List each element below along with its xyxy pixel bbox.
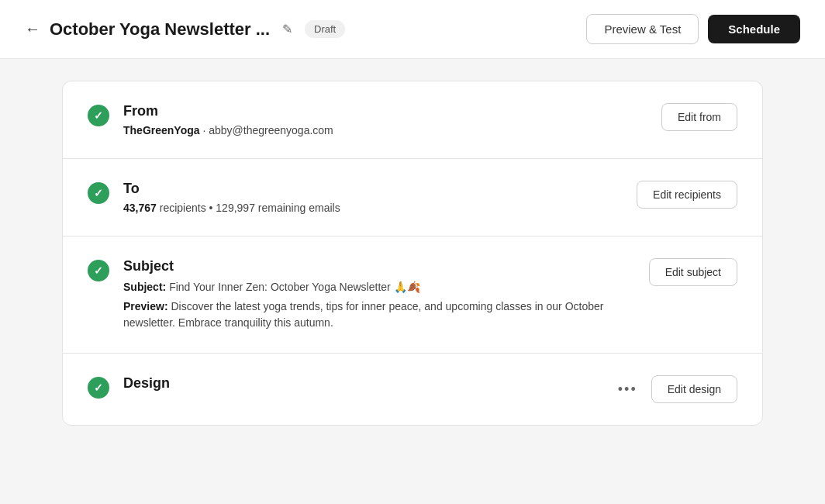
preview-test-button[interactable]: Preview & Test <box>586 14 699 44</box>
subject-card-body: Subject Subject: Find Your Inner Zen: Oc… <box>123 258 635 331</box>
subject-card-actions: Edit subject <box>649 258 737 286</box>
subject-card: Subject Subject: Find Your Inner Zen: Oc… <box>62 236 763 353</box>
from-sender: TheGreenYoga <box>123 124 200 136</box>
subject-card-title: Subject <box>123 258 635 274</box>
to-check-icon <box>88 182 109 204</box>
subject-check-icon <box>88 260 109 281</box>
to-card-body: To 43,767 recipients • 129,997 remaining… <box>123 181 623 214</box>
subject-preview-line: Preview: Discover the latest yoga trends… <box>123 299 635 331</box>
subject-text: Find Your Inner Zen: October Yoga Newsle… <box>169 281 420 293</box>
to-recipients-text: recipients <box>160 202 206 214</box>
from-card: From TheGreenYoga · abby@thegreenyoga.co… <box>62 81 763 158</box>
design-card-body: Design <box>123 375 599 396</box>
from-card-actions: Edit from <box>661 103 737 131</box>
preview-text: Discover the latest yoga trends, tips fo… <box>123 300 603 329</box>
to-remaining: 129,997 remaining emails <box>216 202 340 214</box>
to-recipients-count: 43,767 <box>123 202 157 214</box>
header: ← October Yoga Newsletter ... ✎ Draft Pr… <box>0 0 825 59</box>
design-card-title: Design <box>123 375 599 392</box>
schedule-button[interactable]: Schedule <box>708 15 800 43</box>
main-content: From TheGreenYoga · abby@thegreenyoga.co… <box>0 59 825 447</box>
to-dot-separator: • <box>209 202 216 214</box>
design-card-actions: ••• Edit design <box>613 375 737 403</box>
edit-from-button[interactable]: Edit from <box>661 103 737 131</box>
header-actions: Preview & Test Schedule <box>586 14 800 44</box>
edit-title-icon[interactable]: ✎ <box>282 22 292 36</box>
draft-badge: Draft <box>305 20 345 38</box>
edit-subject-button[interactable]: Edit subject <box>649 258 737 286</box>
subject-line: Subject: Find Your Inner Zen: October Yo… <box>123 279 635 295</box>
preview-label: Preview: <box>123 300 168 312</box>
subject-label: Subject: <box>123 281 166 293</box>
from-card-detail: TheGreenYoga · abby@thegreenyoga.com <box>123 124 647 136</box>
from-check-icon <box>88 105 109 126</box>
edit-design-button[interactable]: Edit design <box>651 375 737 403</box>
to-card: To 43,767 recipients • 129,997 remaining… <box>62 158 763 236</box>
to-card-actions: Edit recipients <box>637 181 737 209</box>
from-card-title: From <box>123 103 647 119</box>
design-check-icon <box>88 377 109 399</box>
page-title: October Yoga Newsletter ... <box>50 19 270 40</box>
to-card-detail: 43,767 recipients • 129,997 remaining em… <box>123 202 623 214</box>
design-card: Design ••• Edit design <box>62 353 763 426</box>
from-card-body: From TheGreenYoga · abby@thegreenyoga.co… <box>123 103 647 136</box>
from-email: abby@thegreenyoga.com <box>209 124 333 136</box>
to-card-title: To <box>123 181 623 197</box>
edit-recipients-button[interactable]: Edit recipients <box>637 181 737 209</box>
back-button[interactable]: ← <box>25 20 40 38</box>
more-options-icon[interactable]: ••• <box>613 377 642 402</box>
